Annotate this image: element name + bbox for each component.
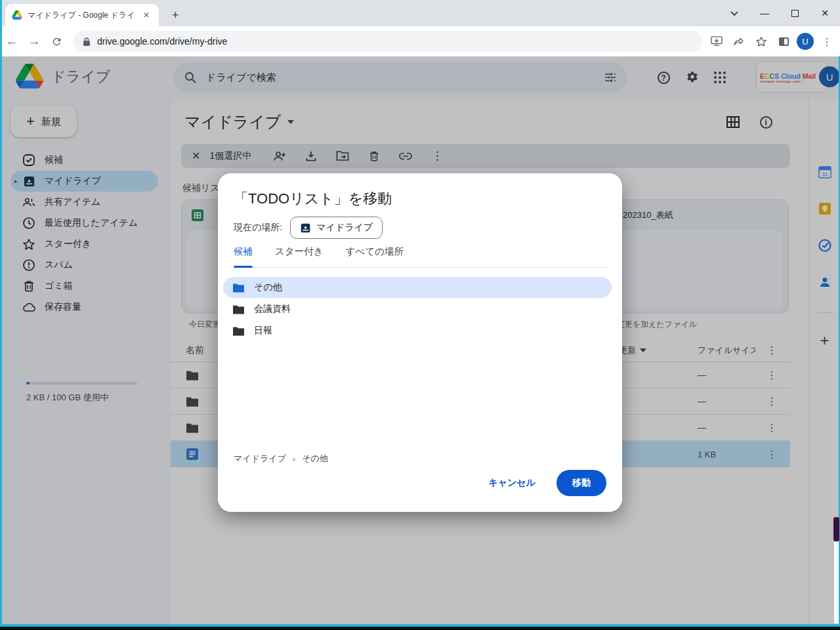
screen: マイドライブ - Google ドライブ ✕ + — ✕ ← → drive.g… [0, 0, 840, 630]
side-panel-icon[interactable] [774, 32, 793, 51]
location-chip-label: マイドライブ [316, 222, 373, 234]
folder-icon [232, 304, 245, 314]
tab-all-locations[interactable]: すべての場所 [346, 245, 404, 259]
folder-name: その他 [254, 282, 282, 293]
cancel-button[interactable]: キャンセル [484, 472, 539, 494]
tab-starred[interactable]: スター付き [275, 245, 324, 259]
drive-favicon-icon [12, 10, 22, 20]
browser-toolbar: ← → drive.google.com/drive/my-drive U ⋮ [0, 26, 840, 56]
new-tab-button[interactable]: + [172, 9, 179, 21]
window-border-left [0, 0, 2, 627]
url-text: drive.google.com/drive/my-drive [97, 36, 227, 47]
window-controls: — ✕ [719, 0, 840, 26]
folder-row[interactable]: 会議資料 [223, 299, 612, 320]
bottom-black-strip [0, 627, 840, 630]
current-location-label: 現在の場所: [234, 222, 282, 234]
location-chip[interactable]: マイドライブ [290, 217, 383, 239]
folder-row[interactable]: 日報 [223, 320, 612, 341]
dialog-title: 「TODOリスト」を移動 [234, 189, 392, 209]
maximize-button[interactable] [780, 0, 810, 26]
browser-titlebar: マイドライブ - Google ドライブ ✕ + — ✕ [0, 0, 840, 26]
browser-tab[interactable]: マイドライブ - Google ドライブ ✕ [5, 4, 159, 26]
forward-icon[interactable]: → [24, 31, 45, 52]
folder-icon [232, 283, 245, 293]
breadcrumb-separator-icon: › [293, 454, 295, 464]
reload-icon[interactable] [46, 31, 67, 52]
browser-avatar[interactable]: U [797, 33, 814, 50]
folder-row-selected[interactable]: その他 [223, 277, 612, 298]
my-drive-icon [300, 222, 311, 234]
dialog-breadcrumb: マイドライブ › その他 [234, 453, 328, 465]
tab-suggested[interactable]: 候補 [234, 245, 253, 259]
move-dialog: 「TODOリスト」を移動 現在の場所: マイドライブ 候補 スター付き すべての… [218, 173, 622, 512]
install-icon[interactable] [707, 32, 726, 51]
move-button[interactable]: 移動 [556, 470, 606, 496]
close-button[interactable]: ✕ [810, 0, 840, 26]
url-bar[interactable]: drive.google.com/drive/my-drive [74, 31, 702, 52]
dialog-tabs: 候補 スター付き すべての場所 [234, 245, 606, 268]
minimize-button[interactable]: — [749, 0, 780, 26]
folder-icon [232, 326, 245, 336]
lock-icon [83, 37, 91, 47]
folder-name: 日報 [254, 325, 272, 337]
dialog-folder-list: その他 会議資料 日報 [223, 277, 612, 342]
breadcrumb-current[interactable]: その他 [302, 453, 328, 465]
back-icon[interactable]: ← [1, 31, 22, 52]
tab-close-icon[interactable]: ✕ [140, 9, 152, 21]
scrollbar-thumb[interactable] [833, 517, 839, 541]
share-icon[interactable] [730, 32, 748, 51]
tab-search-chevron-icon[interactable] [719, 0, 749, 26]
bookmark-star-icon[interactable] [752, 32, 770, 51]
browser-menu-icon[interactable]: ⋮ [818, 32, 836, 51]
tab-title: マイドライブ - Google ドライブ [28, 10, 135, 21]
folder-name: 会議資料 [254, 303, 291, 315]
breadcrumb-root[interactable]: マイドライブ [234, 453, 286, 465]
